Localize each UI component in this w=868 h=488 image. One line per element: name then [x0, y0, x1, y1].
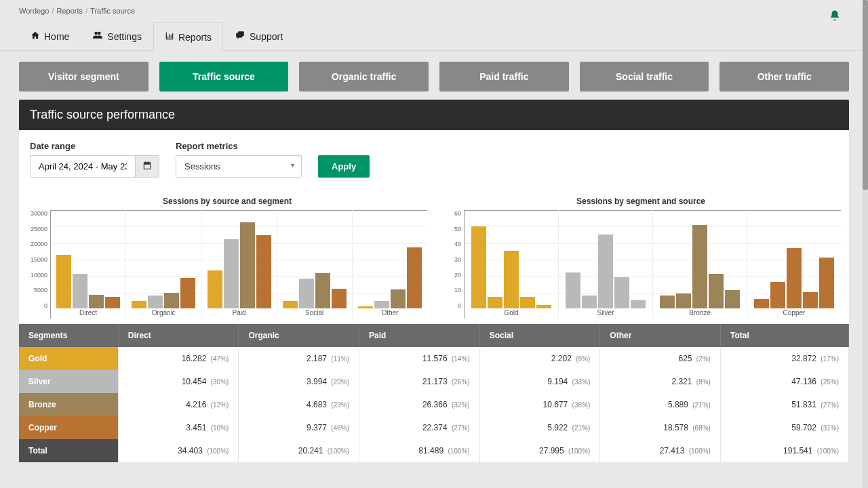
calendar-icon[interactable]: [135, 155, 159, 178]
segment-label: Silver: [19, 370, 118, 393]
category-label: Direct: [51, 309, 125, 319]
data-cell: 27.995 (100%): [479, 439, 600, 462]
crumb[interactable]: Wordego: [19, 7, 49, 15]
bar: [598, 235, 613, 308]
bar: [407, 247, 422, 308]
bar: [164, 293, 179, 308]
nav-settings[interactable]: Settings: [81, 22, 153, 50]
subtab-other-traffic[interactable]: Other traffic: [719, 62, 849, 92]
bar: [240, 222, 255, 308]
col-header: Total: [720, 324, 848, 347]
col-header: Segments: [19, 324, 118, 347]
data-cell: 5.889 (21%): [600, 393, 721, 416]
data-cell: 47.136 (25%): [720, 370, 848, 393]
crumb[interactable]: Reports: [57, 7, 83, 15]
bar: [56, 255, 71, 308]
segment-label: Gold: [19, 347, 118, 370]
data-cell: 3.451 (10%): [118, 416, 239, 439]
filters-row: Date range Report metrics Sessions Apply: [19, 130, 849, 188]
data-cell: 18.578 (68%): [600, 416, 721, 439]
bar: [89, 295, 104, 308]
bar: [332, 289, 347, 308]
data-cell: 4.683 (23%): [239, 393, 359, 416]
subtab-organic-traffic[interactable]: Organic traffic: [299, 62, 429, 92]
bar: [471, 226, 486, 308]
col-header: Direct: [118, 324, 239, 347]
bar: [631, 300, 646, 308]
sub-nav: Visitor segmentTraffic sourceOrganic tra…: [0, 51, 868, 100]
category-label: Gold: [465, 309, 558, 319]
home-icon: [31, 30, 40, 42]
bar: [73, 274, 87, 308]
metrics-label: Report metrics: [176, 141, 302, 151]
subtab-paid-traffic[interactable]: Paid traffic: [439, 62, 569, 92]
col-header: Organic: [239, 324, 359, 347]
bar: [536, 305, 551, 308]
category-label: Paid: [201, 309, 276, 319]
bar: [676, 293, 691, 308]
chart-icon: [165, 31, 174, 43]
data-cell: 4.216 (12%): [118, 393, 239, 416]
category-label: Social: [277, 309, 352, 319]
bar: [488, 297, 502, 308]
data-cell: 59.702 (31%): [720, 416, 848, 439]
subtab-social-traffic[interactable]: Social traffic: [580, 62, 709, 92]
data-cell: 10.677 (38%): [479, 393, 600, 416]
nav-support[interactable]: Support: [223, 22, 294, 50]
bar: [754, 299, 769, 309]
data-cell: 2.187 (11%): [239, 347, 359, 370]
data-cell: 10.454 (30%): [118, 370, 239, 393]
data-cell: 21.173 (26%): [359, 370, 480, 393]
data-cell: 3.994 (20%): [239, 370, 359, 393]
chart-1: Sessions by segment and source0102030405…: [441, 197, 841, 319]
scrollbar[interactable]: [863, 0, 868, 488]
table-row: Gold16.282 (47%)2.187 (11%)11.576 (14%)2…: [19, 347, 849, 370]
segments-table: SegmentsDirectOrganicPaidSocialOtherTota…: [19, 324, 849, 462]
data-cell: 16.282 (47%): [118, 347, 239, 370]
data-cell: 2.202 (8%): [479, 347, 600, 370]
data-cell: 34.403 (100%): [118, 439, 239, 462]
chart-title: Sessions by source and segment: [27, 197, 427, 206]
col-header: Social: [479, 324, 600, 347]
category-label: Copper: [747, 309, 841, 319]
segment-label: Total: [19, 439, 118, 462]
notifications-icon[interactable]: [829, 9, 841, 25]
col-header: Paid: [359, 324, 480, 347]
report-panel: Traffic source performance Date range Re…: [19, 100, 849, 462]
category-label: Bronze: [653, 309, 747, 319]
bar: [358, 306, 373, 308]
bar: [819, 258, 834, 308]
bar: [315, 273, 330, 308]
bar: [692, 225, 707, 308]
bar: [180, 278, 195, 308]
bar: [725, 290, 740, 308]
table-row: Bronze4.216 (12%)4.683 (23%)26.366 (32%)…: [19, 393, 849, 416]
nav-home[interactable]: Home: [19, 22, 81, 50]
subtab-visitor-segment[interactable]: Visitor segment: [19, 62, 149, 92]
bar: [224, 239, 239, 308]
bar: [148, 296, 163, 308]
date-range-input[interactable]: [30, 155, 135, 178]
data-cell: 191.541 (100%): [720, 439, 848, 462]
data-cell: 5.922 (21%): [479, 416, 600, 439]
bar: [299, 279, 314, 308]
bar: [660, 296, 675, 308]
data-cell: 20.241 (100%): [239, 439, 359, 462]
apply-button[interactable]: Apply: [318, 155, 370, 178]
table-row: Total34.403 (100%)20.241 (100%)81.489 (1…: [19, 439, 849, 462]
category-label: Organic: [126, 309, 201, 319]
segment-label: Bronze: [19, 393, 118, 416]
metrics-select[interactable]: Sessions: [176, 155, 302, 178]
segment-label: Copper: [19, 416, 118, 439]
bar: [391, 289, 406, 308]
bar: [582, 296, 597, 308]
bar: [504, 251, 519, 308]
subtab-traffic-source[interactable]: Traffic source: [159, 62, 289, 92]
data-cell: 625 (2%): [600, 347, 721, 370]
nav-reports[interactable]: Reports: [153, 22, 223, 51]
chart-title: Sessions by segment and source: [441, 197, 841, 206]
panel-title: Traffic source performance: [19, 100, 849, 130]
bar: [770, 282, 785, 308]
main-nav: HomeSettingsReportsSupport: [0, 22, 868, 51]
breadcrumb: Wordego / Reports / Traffic source: [0, 0, 868, 22]
